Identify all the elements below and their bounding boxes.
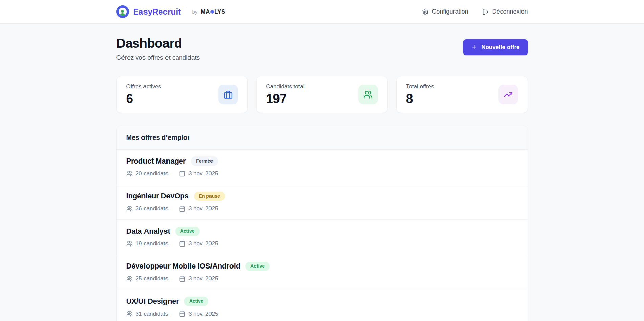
stat-value: 6: [126, 92, 161, 106]
job-date: 3 nov. 2025: [179, 205, 218, 212]
job-meta: 25 candidats 3 nov. 2025: [126, 275, 518, 282]
job-row[interactable]: Product Manager Fermée 20 candidats 3 no…: [117, 150, 528, 185]
calendar-icon: [179, 240, 185, 247]
brand-by-label: by: [192, 9, 197, 15]
new-offer-button[interactable]: Nouvelle offre: [463, 39, 528, 55]
job-status-badge: Active: [175, 227, 200, 236]
easyrecruit-logo-icon: [116, 5, 129, 18]
configuration-label: Configuration: [432, 8, 468, 15]
job-meta: 36 candidats 3 nov. 2025: [126, 205, 518, 212]
job-date: 3 nov. 2025: [179, 170, 218, 177]
users-icon: [126, 170, 133, 177]
job-title: Product Manager: [126, 157, 186, 166]
job-status-badge: Fermée: [191, 156, 218, 166]
trending-up-icon: [498, 85, 518, 104]
job-candidates: 31 candidats: [126, 311, 168, 317]
job-meta: 19 candidats 3 nov. 2025: [126, 240, 518, 247]
users-icon: [126, 240, 133, 247]
stats-row: Offres actives 6 Candidats total 197 Tot…: [116, 76, 528, 113]
maolys-dot-icon: [210, 10, 214, 14]
page-title: Dashboard: [116, 36, 200, 51]
stat-card-total-candidates: Candidats total 197: [256, 76, 388, 113]
main-content: Dashboard Gérez vos offres et candidats …: [116, 36, 528, 321]
calendar-icon: [179, 311, 185, 317]
stat-value: 197: [266, 92, 304, 106]
job-status-badge: Active: [184, 297, 208, 306]
stat-value: 8: [406, 92, 434, 106]
users-icon: [358, 85, 378, 104]
gear-icon: [422, 8, 429, 15]
job-title: Développeur Mobile iOS/Android: [126, 262, 240, 271]
job-status-badge: Active: [245, 262, 270, 271]
stat-label: Offres actives: [126, 83, 161, 90]
job-row[interactable]: Data Analyst Active 19 candidats 3 nov. …: [117, 220, 528, 255]
brand-divider: [186, 7, 186, 16]
brand-home-link[interactable]: EasyRecruit by MALYS: [116, 5, 226, 18]
top-bar: EasyRecruit by MALYS Configuration Décon…: [0, 0, 644, 24]
configuration-button[interactable]: Configuration: [422, 8, 468, 15]
job-row[interactable]: Développeur Mobile iOS/Android Active 25…: [117, 255, 528, 290]
calendar-icon: [179, 206, 185, 212]
jobs-section: Mes offres d'emploi Product Manager Ferm…: [116, 126, 528, 321]
logout-label: Déconnexion: [492, 8, 528, 15]
job-row[interactable]: UX/UI Designer Active 31 candidats 3 nov…: [117, 290, 528, 321]
job-row[interactable]: Ingénieur DevOps En pause 36 candidats 3…: [117, 185, 528, 220]
plus-icon: [471, 44, 478, 50]
logout-icon: [482, 8, 489, 15]
job-candidates: 25 candidats: [126, 275, 168, 282]
job-date: 3 nov. 2025: [179, 311, 218, 317]
job-meta: 20 candidats 3 nov. 2025: [126, 170, 518, 177]
job-candidates: 20 candidats: [126, 170, 168, 177]
job-date: 3 nov. 2025: [179, 275, 218, 282]
stat-card-active-offers: Offres actives 6: [116, 76, 248, 113]
maolys-logo: MALYS: [201, 8, 225, 15]
top-navigation: Configuration Déconnexion: [422, 8, 528, 15]
brand-name: EasyRecruit: [133, 7, 181, 17]
job-title: Ingénieur DevOps: [126, 192, 189, 200]
users-icon: [126, 206, 133, 212]
new-offer-label: Nouvelle offre: [481, 44, 519, 51]
job-meta: 31 candidats 3 nov. 2025: [126, 311, 518, 317]
calendar-icon: [179, 276, 185, 282]
briefcase-icon: [218, 85, 238, 104]
stat-label: Total offres: [406, 83, 434, 90]
stat-card-total-offers: Total offres 8: [396, 76, 528, 113]
page-subtitle: Gérez vos offres et candidats: [116, 54, 200, 61]
users-icon: [126, 311, 133, 317]
jobs-list: Product Manager Fermée 20 candidats 3 no…: [117, 150, 528, 321]
job-candidates: 36 candidats: [126, 205, 168, 212]
stat-label: Candidats total: [266, 83, 304, 90]
logout-button[interactable]: Déconnexion: [482, 8, 528, 15]
job-status-badge: En pause: [194, 192, 225, 201]
calendar-icon: [179, 170, 185, 177]
job-date: 3 nov. 2025: [179, 240, 218, 247]
job-candidates: 19 candidats: [126, 240, 168, 247]
job-title: Data Analyst: [126, 227, 170, 236]
users-icon: [126, 276, 133, 282]
job-title: UX/UI Designer: [126, 297, 179, 306]
jobs-section-title: Mes offres d'emploi: [117, 126, 528, 150]
